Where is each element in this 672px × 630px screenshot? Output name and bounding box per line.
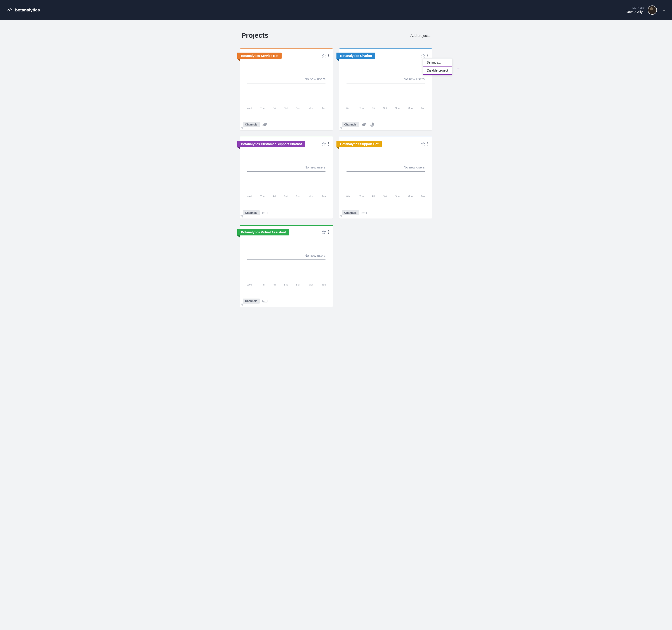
svg-marker-12 <box>422 142 425 146</box>
day-label: Sun <box>296 107 301 110</box>
day-label: Tue <box>321 107 326 110</box>
planet-icon <box>262 122 267 127</box>
channels-badge: Channels <box>243 298 260 304</box>
day-label: Sat <box>284 107 288 110</box>
brand-logo[interactable]: botanalytics <box>7 7 40 13</box>
project-card[interactable]: Botanalytics Virtual AssistantNo new use… <box>240 225 333 307</box>
day-label: Wed <box>247 107 252 110</box>
day-label: Fri <box>372 107 375 110</box>
day-label: Tue <box>321 283 326 286</box>
profile-label: My Profile <box>626 6 645 9</box>
title-row: Projects Add project... <box>240 31 432 39</box>
add-project-button[interactable]: Add project... <box>410 33 431 38</box>
day-label: Sun <box>395 107 400 110</box>
kebab-menu-icon[interactable] <box>328 142 330 146</box>
avatar[interactable] <box>648 5 657 15</box>
day-label: Sat <box>383 195 387 198</box>
day-label: Sat <box>284 283 288 286</box>
chip-icon <box>362 210 367 215</box>
project-card[interactable]: Botanalytics ChatbotSettings...Disable p… <box>339 48 432 130</box>
day-label: Mon <box>309 107 313 110</box>
star-icon[interactable] <box>322 230 326 234</box>
kebab-menu-icon[interactable] <box>427 142 429 146</box>
day-label: Sat <box>284 195 288 198</box>
day-label: Fri <box>273 107 275 110</box>
day-label: Fri <box>273 195 275 198</box>
menu-disable-project[interactable]: Disable project <box>423 66 452 75</box>
day-label: Thu <box>359 107 364 110</box>
no-new-users-label: No new users <box>345 77 426 81</box>
project-name-ribbon: Botanalytics Virtual Assistant <box>237 229 289 236</box>
profile-menu[interactable]: My Profile Dawud Aliyu ⌄ <box>626 5 665 15</box>
planet-icon <box>362 122 367 127</box>
project-name-ribbon: Botanalytics Chatbot <box>336 53 375 59</box>
day-label: Wed <box>247 195 252 198</box>
profile-name: Dawud Aliyu <box>626 9 645 14</box>
day-label: Fri <box>372 195 375 198</box>
star-icon[interactable] <box>322 53 326 57</box>
menu-settings[interactable]: Settings... <box>423 58 452 66</box>
days-axis: WedThuFriSatSunMonTue <box>345 107 426 110</box>
days-axis: WedThuFriSatSunMonTue <box>246 195 327 198</box>
star-icon[interactable] <box>322 142 326 146</box>
day-label: Mon <box>309 195 313 198</box>
logo-icon <box>7 7 13 13</box>
day-label: Fri <box>273 283 275 286</box>
svg-marker-18 <box>322 231 326 234</box>
day-label: Tue <box>421 195 425 198</box>
chevron-down-icon[interactable]: ⌄ <box>663 8 665 11</box>
day-label: Mon <box>309 283 313 286</box>
chart-baseline <box>247 83 326 83</box>
day-label: Mon <box>408 195 413 198</box>
day-label: Thu <box>359 195 364 198</box>
day-label: Thu <box>260 283 264 286</box>
pointer-arrow-icon: ← <box>456 66 460 71</box>
day-label: Tue <box>321 195 326 198</box>
chip-icon <box>262 210 267 215</box>
no-new-users-label: No new users <box>246 77 327 81</box>
chart-baseline <box>346 171 425 172</box>
star-icon[interactable] <box>421 53 425 57</box>
day-label: Tue <box>421 107 425 110</box>
header: botanalytics My Profile Dawud Aliyu ⌄ <box>0 0 672 20</box>
star-icon[interactable] <box>421 142 425 146</box>
project-name-ribbon: Botanalytics Service Bot <box>237 53 282 59</box>
day-label: Sun <box>395 195 400 198</box>
days-axis: WedThuFriSatSunMonTue <box>246 107 327 110</box>
kebab-menu-icon[interactable] <box>328 53 330 58</box>
days-axis: WedThuFriSatSunMonTue <box>246 283 327 286</box>
day-label: Sat <box>383 107 387 110</box>
chart-baseline <box>247 260 326 260</box>
day-label: Mon <box>408 107 413 110</box>
day-label: Wed <box>346 107 351 110</box>
channels-badge: Channels <box>342 210 359 215</box>
channels-badge: Channels <box>243 122 260 127</box>
no-new-users-label: No new users <box>246 165 327 169</box>
project-card[interactable]: Botanalytics Customer Support ChatbotNo … <box>240 137 333 219</box>
project-name-ribbon: Botanalytics Support Bot <box>336 141 382 147</box>
channels-badge: Channels <box>243 210 260 215</box>
svg-marker-0 <box>322 54 326 57</box>
svg-marker-3 <box>422 54 425 57</box>
project-card[interactable]: Botanalytics Service BotNo new usersWedT… <box>240 48 333 130</box>
day-label: Sun <box>296 283 301 286</box>
chart-baseline <box>346 83 425 83</box>
day-label: Thu <box>260 195 264 198</box>
kebab-menu-icon[interactable] <box>328 230 330 234</box>
no-new-users-label: No new users <box>246 253 327 258</box>
chip-icon <box>262 298 267 304</box>
project-menu: Settings...Disable project <box>423 58 452 75</box>
page-title: Projects <box>241 31 268 39</box>
no-new-users-label: No new users <box>345 165 426 169</box>
channels-badge: Channels <box>342 122 359 127</box>
project-card[interactable]: Botanalytics Support BotNo new usersWedT… <box>339 137 432 219</box>
day-label: Thu <box>260 107 264 110</box>
brand-name: botanalytics <box>15 7 40 13</box>
day-label: Wed <box>346 195 351 198</box>
project-name-ribbon: Botanalytics Customer Support Chatbot <box>237 141 305 147</box>
kebab-menu-icon[interactable] <box>427 53 429 58</box>
day-label: Wed <box>247 283 252 286</box>
svg-marker-6 <box>322 142 326 146</box>
day-label: Sun <box>296 195 301 198</box>
pie-icon <box>369 122 375 127</box>
